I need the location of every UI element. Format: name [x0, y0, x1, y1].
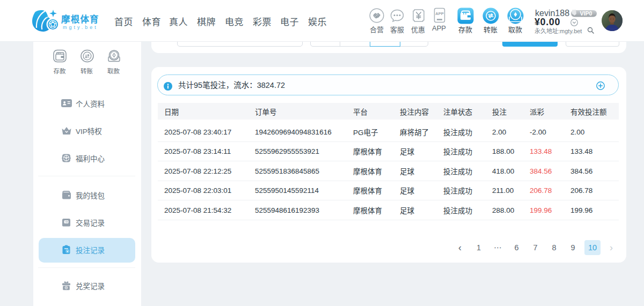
svg-text:VIP0: VIP0 — [580, 10, 592, 17]
svg-text:APP: APP — [435, 11, 443, 16]
svg-text:兑: 兑 — [65, 287, 68, 289]
